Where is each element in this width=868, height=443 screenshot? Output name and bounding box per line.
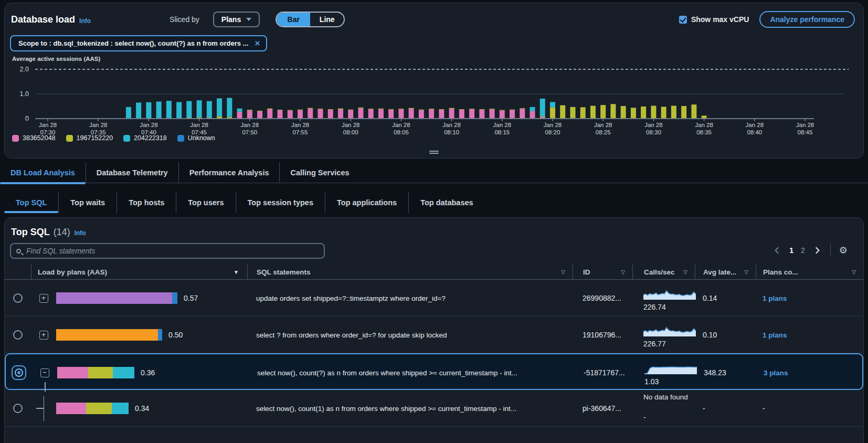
avg-latency: 0.10: [695, 331, 756, 339]
column-header-sql-statements[interactable]: SQL statements: [247, 264, 573, 280]
no-data-label: No data found: [643, 393, 694, 401]
svg-text:07:55: 07:55: [293, 129, 308, 135]
column-header-avg-latency[interactable]: Avg late...: [695, 264, 756, 280]
database-load-header: Database load Info Sliced by Plans Bar L…: [11, 10, 855, 28]
page-number-2[interactable]: 2: [801, 246, 805, 255]
subtab-top-hosts[interactable]: Top hosts: [117, 192, 176, 213]
svg-text:08:10: 08:10: [444, 129, 459, 135]
line-toggle-button[interactable]: Line: [310, 13, 344, 26]
sort-desc-icon[interactable]: [234, 269, 239, 275]
expand-icon[interactable]: +: [39, 331, 48, 340]
chevron-right-icon[interactable]: [812, 246, 822, 255]
database-load-panel: Database load Info Sliced by Plans Bar L…: [4, 3, 864, 159]
svg-text:07:50: 07:50: [242, 129, 257, 135]
subtab-top-users[interactable]: Top users: [176, 192, 235, 213]
top-sql-info-link[interactable]: Info: [75, 229, 86, 237]
svg-text:Jan 28: Jan 28: [695, 122, 713, 128]
legend-swatch-icon: [66, 135, 73, 142]
collapse-icon[interactable]: −: [40, 368, 49, 377]
row-radio[interactable]: [13, 330, 23, 340]
row-radio-selected[interactable]: [12, 365, 26, 380]
avg-latency: -: [695, 404, 756, 413]
load-value: 0.36: [141, 368, 155, 377]
load-value: 0.57: [184, 294, 198, 302]
subtab-top-sql[interactable]: Top SQL: [4, 192, 58, 213]
filter-icon[interactable]: [683, 269, 687, 275]
svg-text:08:40: 08:40: [747, 129, 762, 135]
tab-performance-analysis[interactable]: Performance Analysis: [178, 162, 280, 183]
show-max-vcpu-checkbox[interactable]: Show max vCPU: [679, 15, 749, 24]
show-max-vcpu-label: Show max vCPU: [691, 15, 749, 24]
legend-item[interactable]: 204222318: [123, 134, 167, 142]
top-sql-panel: Top SQL (14) Info 1 2 Load by plans (AAS…: [4, 217, 864, 443]
search-input[interactable]: [25, 246, 319, 256]
column-header-id[interactable]: ID: [573, 264, 632, 280]
subtab-top-applications[interactable]: Top applications: [325, 192, 408, 213]
calls-per-sec: 226.77: [643, 340, 695, 348]
sql-statement-link[interactable]: update orders set shipped=?::timestamptz…: [256, 294, 446, 302]
column-header-calls-sec[interactable]: Calls/sec: [632, 264, 695, 280]
table-row: 0.34 select now(), count(1) as n from or…: [5, 390, 863, 427]
page-number-1[interactable]: 1: [789, 246, 793, 255]
subtab-top-session-types[interactable]: Top session types: [236, 192, 325, 213]
sql-statement-link[interactable]: select now(), count(1) as n from orders …: [256, 405, 516, 413]
scope-filter-chip[interactable]: Scope to : db.sql_tokenized : select now…: [10, 35, 267, 51]
database-load-info-link[interactable]: Info: [79, 17, 91, 25]
legend-swatch-icon: [123, 135, 130, 142]
svg-text:08:45: 08:45: [798, 129, 813, 135]
svg-text:Jan 28: Jan 28: [392, 122, 410, 128]
filter-icon[interactable]: [744, 269, 748, 275]
plans-count-link[interactable]: 3 plans: [764, 369, 788, 377]
bar-toggle-button[interactable]: Bar: [277, 13, 310, 26]
search-icon: [16, 249, 21, 254]
plans-dropdown[interactable]: Plans: [213, 12, 260, 27]
tab-calling-services[interactable]: Calling Services: [279, 162, 359, 183]
svg-text:Jan 28: Jan 28: [796, 122, 814, 128]
svg-text:Jan 28: Jan 28: [644, 122, 663, 128]
close-icon[interactable]: [255, 39, 260, 48]
filter-icon[interactable]: [561, 269, 565, 275]
svg-text:Jan 28: Jan 28: [291, 122, 310, 128]
svg-text:0: 0: [25, 115, 29, 122]
avg-latency: 348.23: [696, 368, 757, 377]
column-header-load-by-plans[interactable]: Load by plans (AAS): [31, 264, 247, 280]
plans-count-link[interactable]: 1 plans: [763, 294, 787, 302]
svg-text:Jan 28: Jan 28: [89, 122, 108, 128]
plans-count-link[interactable]: 1 plans: [763, 331, 787, 339]
analyze-performance-button[interactable]: Analyze performance: [759, 11, 855, 28]
svg-text:08:00: 08:00: [343, 129, 358, 135]
plans-count: -: [756, 404, 863, 413]
filter-icon[interactable]: [621, 269, 625, 275]
chevron-left-icon[interactable]: [772, 246, 782, 255]
svg-text:08:15: 08:15: [494, 129, 510, 135]
column-header-plans-count[interactable]: Plans co...: [756, 264, 863, 280]
load-bar: [57, 367, 134, 378]
db-load-chart[interactable]: 2.01.00Jan 2807:30Jan 2807:35Jan 2807:40…: [5, 65, 863, 139]
legend-item[interactable]: Unknown: [177, 134, 215, 142]
gear-icon[interactable]: [839, 246, 848, 255]
expand-icon[interactable]: +: [39, 294, 48, 303]
panel-resize-handle[interactable]: [429, 150, 439, 155]
svg-text:Jan 28: Jan 28: [39, 122, 57, 128]
svg-text:08:25: 08:25: [596, 129, 611, 135]
sql-statement-link[interactable]: select ? from orders where order_id=? fo…: [256, 331, 447, 339]
checkbox-checked-icon[interactable]: [679, 16, 687, 24]
filter-icon[interactable]: [852, 269, 856, 275]
legend-item[interactable]: 1967152220: [66, 134, 113, 142]
sql-search-box[interactable]: [10, 243, 325, 259]
subtab-top-waits[interactable]: Top waits: [58, 192, 117, 213]
legend-item[interactable]: 383652048: [12, 134, 56, 142]
subtab-top-databases[interactable]: Top databases: [408, 192, 484, 213]
table-toolbar: 1 2: [10, 243, 857, 260]
tab-db-load-analysis[interactable]: DB Load Analysis: [0, 162, 86, 183]
sql-id: -51871767...: [574, 368, 633, 377]
row-radio[interactable]: [13, 293, 23, 303]
svg-text:Jan 28: Jan 28: [342, 122, 360, 128]
row-radio[interactable]: [13, 404, 23, 413]
avg-latency: 0.14: [695, 294, 756, 302]
tab-database-telemetry[interactable]: Database Telemetry: [86, 162, 178, 183]
sql-statement-link[interactable]: select now(), count(?) as n from orders …: [257, 369, 517, 377]
load-value: 0.50: [168, 331, 183, 339]
sql-id: pi-360647...: [573, 404, 632, 413]
performance-insights-page: Database load Info Sliced by Plans Bar L…: [0, 0, 868, 443]
